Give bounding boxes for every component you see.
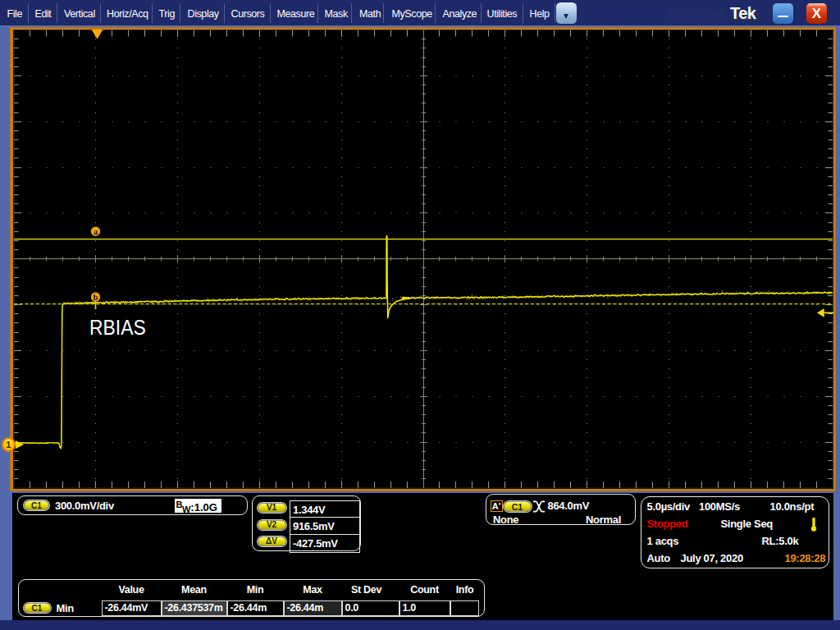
svg-text:b: b [94, 293, 98, 302]
svg-text:a: a [94, 227, 98, 236]
